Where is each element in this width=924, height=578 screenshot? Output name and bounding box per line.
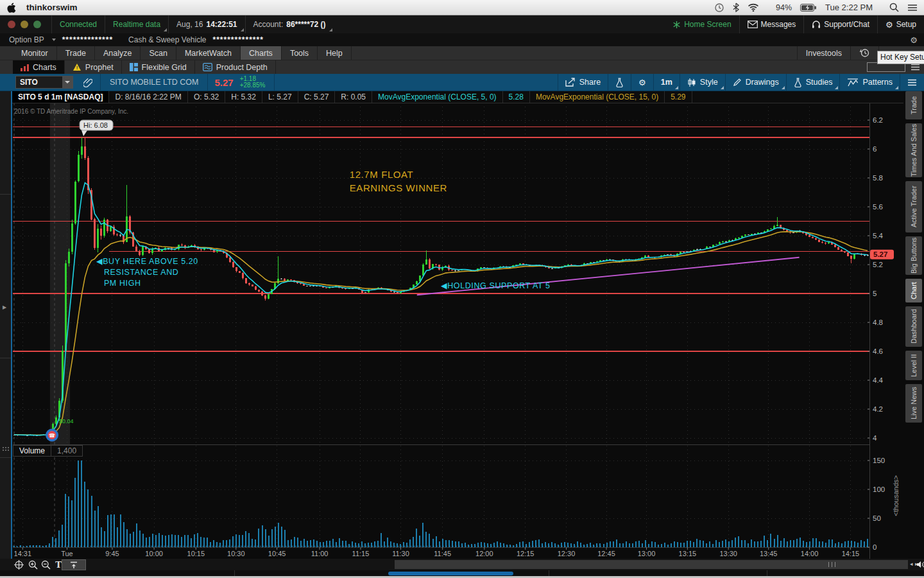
gadget-tab-chart[interactable]: Chart: [905, 279, 922, 302]
crosshair-icon[interactable]: [13, 559, 24, 570]
thinkorswim-screen: thinkorswim 94% Tue 2:22 PM Connected Re…: [0, 0, 924, 578]
time-machine-icon[interactable]: [714, 3, 724, 13]
symbol-input[interactable]: SITO: [15, 76, 73, 89]
sidebar-expand-arrow[interactable]: ▶: [3, 304, 6, 310]
svg-text:14:15: 14:15: [842, 550, 860, 557]
bluetooth-icon[interactable]: [733, 3, 739, 12]
zoom-in-icon[interactable]: [27, 559, 38, 570]
tab-analyze[interactable]: Analyze: [95, 46, 141, 60]
menu-icon: [907, 79, 917, 86]
paperclip-link-icon[interactable]: [83, 78, 92, 87]
gear-icon[interactable]: ⚙: [910, 36, 918, 44]
support-chat-button[interactable]: Support/Chat: [803, 15, 877, 33]
svg-text:4.4: 4.4: [873, 376, 884, 384]
gear-button[interactable]: ⚙: [631, 74, 653, 91]
battery-percent: 94%: [776, 3, 792, 12]
zoom-window-button[interactable]: [33, 21, 41, 28]
scrollbar-grip[interactable]: [828, 562, 835, 567]
tab-investools[interactable]: Investools: [797, 46, 851, 60]
tab-monitor[interactable]: Monitor: [13, 46, 57, 60]
1m-button[interactable]: 1m: [653, 74, 680, 91]
studies-button[interactable]: Studies: [786, 74, 840, 91]
price-axis[interactable]: 44.24.44.64.855.25.45.65.866.2150100500: [868, 116, 885, 551]
apple-menu-icon[interactable]: [6, 2, 16, 13]
svg-text:4.8: 4.8: [873, 319, 883, 326]
tab-charts[interactable]: Charts: [241, 46, 282, 60]
study-label[interactable]: MovAvgExponential (CLOSE, 5, 0): [372, 91, 503, 103]
subtab-flexible-grid[interactable]: Flexible Grid: [122, 60, 195, 74]
clock-display[interactable]: Aug, 16 14:22:51: [168, 15, 244, 33]
grid-icon: [130, 63, 138, 71]
flask-button[interactable]: [608, 74, 631, 91]
symbol-dropdown-button[interactable]: [62, 76, 73, 88]
gadget-tab-active-trader[interactable]: Active Trader: [905, 181, 922, 232]
speaker-icon[interactable]: [916, 561, 924, 568]
time-axis[interactable]: 14:31Tue9:4510:0010:1510:3010:4511:0011:…: [14, 547, 860, 557]
ohlc-cell: R: 0.05: [335, 91, 372, 103]
patterns-button[interactable]: Patterns: [839, 74, 900, 91]
hamburger-menu-icon[interactable]: [911, 64, 920, 71]
price-chart[interactable]: ☎$0.0412.7M FLOATEARNINGS WINNER◀BUY HER…: [13, 91, 903, 559]
tab-scan[interactable]: Scan: [141, 46, 176, 60]
ondemand-button[interactable]: [851, 46, 879, 60]
menu-button[interactable]: [900, 74, 924, 91]
button-label: 1m: [661, 78, 672, 87]
macos-menubar: thinkorswim 94% Tue 2:22 PM: [0, 0, 924, 15]
window-scrollbar-thumb[interactable]: [388, 572, 513, 575]
tab-help[interactable]: Help: [318, 46, 352, 60]
svg-text:14:31: 14:31: [14, 550, 32, 557]
tab-tools[interactable]: Tools: [282, 46, 318, 60]
style-button[interactable]: Style: [680, 74, 725, 91]
svg-text:◀BUY HERE ABOVE 5.20: ◀BUY HERE ABOVE 5.20: [96, 257, 198, 266]
scroll-left-arrow[interactable]: ◂: [910, 561, 913, 567]
svg-text:4: 4: [873, 434, 877, 442]
svg-text:10:15: 10:15: [187, 550, 205, 557]
flask-icon: [794, 78, 802, 87]
wifi-icon[interactable]: [748, 3, 759, 12]
share-button[interactable]: Share: [558, 74, 608, 91]
close-window-button[interactable]: [8, 21, 15, 28]
menubar-clock[interactable]: Tue 2:22 PM: [825, 3, 873, 12]
tab-trade[interactable]: Trade: [57, 46, 95, 60]
home-screen-button[interactable]: Home Screen: [665, 15, 739, 33]
pane-drag-grip[interactable]: [2, 446, 9, 452]
subtab-charts[interactable]: Charts: [13, 60, 65, 74]
setup-button[interactable]: ⚙ Setup: [877, 15, 924, 33]
search-icon[interactable]: [889, 3, 899, 12]
chart-horizontal-scrollbar[interactable]: [395, 560, 908, 569]
ohlc-cell: D: 8/16/16 2:22 PM: [109, 91, 187, 103]
option-bp-label[interactable]: Option BP: [9, 35, 44, 44]
gadget-tab-live-news[interactable]: Live News: [905, 384, 922, 423]
minimize-window-button[interactable]: [21, 21, 28, 28]
subtab-product-depth[interactable]: Product Depth: [195, 60, 276, 74]
ohlc-cell: C: 5.27: [298, 91, 336, 103]
button-label: Share: [579, 78, 601, 87]
app-menu-title[interactable]: thinkorswim: [26, 3, 78, 12]
messages-button[interactable]: Messages: [739, 15, 804, 33]
ondemand-clock-icon: [859, 48, 870, 58]
svg-text:5: 5: [873, 290, 877, 297]
tab-marketwatch[interactable]: MarketWatch: [176, 46, 241, 60]
svg-text:0: 0: [873, 543, 877, 551]
annotation-1[interactable]: ◀BUY HERE ABOVE 5.20RESISTANCE ANDPM HIG…: [96, 257, 198, 288]
study-label[interactable]: MovAvgExponential (CLOSE, 15, 0): [530, 91, 665, 103]
menubar-status-area: 94% Tue 2:22 PM: [714, 3, 918, 13]
collapse-panel-button[interactable]: [62, 559, 86, 570]
subtab-prophet[interactable]: !Prophet: [65, 60, 122, 74]
gadget-tab-level-ii[interactable]: Level II: [905, 351, 922, 380]
gadget-tab-trade[interactable]: Trade: [905, 91, 922, 119]
zoom-out-icon[interactable]: [40, 559, 51, 570]
notification-icon[interactable]: [907, 4, 918, 12]
drawings-button[interactable]: Drawings: [725, 74, 786, 91]
gadget-tab-dashboard[interactable]: Dashboard: [905, 306, 922, 347]
data-mode-selector[interactable]: Realtime data: [105, 15, 168, 33]
gadget-tab-big-buttons[interactable]: Big Buttons: [905, 236, 922, 275]
account-selector[interactable]: Account: 86*****72 (): [245, 15, 334, 33]
svg-text:12:15: 12:15: [517, 550, 535, 557]
style-icon: [687, 78, 696, 87]
gadget-tab-times-and-sales[interactable]: Times And Sales: [905, 123, 922, 177]
annotation-0[interactable]: 12.7M FLOATEARNINGS WINNER: [350, 169, 447, 193]
annotation-2[interactable]: ◀HOLDING SUPPORT AT 5: [441, 281, 551, 290]
app-titlebar: Connected Realtime data Aug, 16 14:22:51…: [0, 15, 924, 33]
chart-title: SITO 5 d 1m [NASDAQ]: [12, 91, 109, 103]
